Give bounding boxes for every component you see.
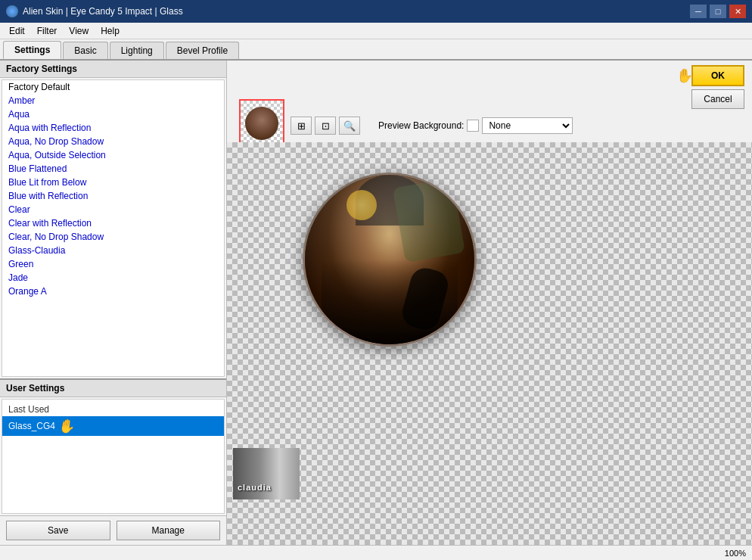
filter-menu[interactable]: Filter: [31, 24, 64, 38]
user-settings-header: User Settings: [0, 380, 226, 397]
factory-settings-header: Factory Settings: [0, 61, 226, 78]
app-icon: [6, 5, 18, 17]
list-item-clear[interactable]: Clear: [2, 203, 224, 216]
zoom-actual-icon: ⊡: [322, 120, 330, 132]
rect-image-text: claudia: [238, 483, 272, 492]
bevel-profile-tab[interactable]: Bevel Profile: [166, 42, 239, 59]
woman-portrait: [305, 175, 474, 344]
list-item-aqua-no-shadow[interactable]: Aqua, No Drop Shadow: [2, 135, 224, 148]
zoom-fit-button[interactable]: ⊞: [291, 117, 312, 135]
list-item-green[interactable]: Green: [2, 257, 224, 271]
list-item-jade[interactable]: Jade: [2, 271, 224, 285]
preview-bg-color-swatch: [467, 120, 479, 132]
glass-cg4-label: Glass_CG4: [8, 421, 55, 431]
rect-image: claudia: [233, 448, 300, 499]
preview-bg-select[interactable]: None White Black Gray: [482, 117, 573, 134]
preview-top-row: ⊞ ⊡ 🔍 Preview Background: None White Bla…: [227, 61, 752, 139]
factory-settings-list[interactable]: Factory Default Amber Aqua Aqua with Ref…: [2, 79, 225, 377]
edit-menu[interactable]: Edit: [3, 24, 31, 38]
left-panel: Factory Settings Factory Default Amber A…: [0, 61, 227, 545]
last-used-label: Last Used: [2, 403, 224, 416]
list-item-aqua[interactable]: Aqua: [2, 107, 224, 121]
ok-button[interactable]: 🤚 OK: [691, 65, 744, 86]
user-settings-section: User Settings Last Used Glass_CG4 🤚: [0, 380, 226, 516]
window-title: Alien Skin | Eye Candy 5 Impact | Glass: [23, 6, 183, 17]
factory-settings-section: Factory Settings Factory Default Amber A…: [0, 61, 226, 380]
view-menu[interactable]: View: [63, 24, 95, 38]
status-bar: 100%: [0, 545, 752, 560]
list-item-blue-lit[interactable]: Blue Lit from Below: [2, 176, 224, 189]
close-button[interactable]: ✕: [729, 5, 746, 18]
hand-pointer-icon: 🤚: [57, 416, 76, 435]
zoom-in-button[interactable]: 🔍: [339, 117, 360, 135]
menu-bar: Edit Filter View Help: [0, 23, 752, 39]
cancel-button[interactable]: Cancel: [691, 89, 744, 109]
list-item-blue-flattened[interactable]: Blue Flattened: [2, 162, 224, 176]
zoom-fit-icon: ⊞: [297, 120, 306, 132]
zoom-level: 100%: [725, 549, 746, 558]
list-item-clear-reflection[interactable]: Clear with Reflection: [2, 216, 224, 230]
title-bar-left: Alien Skin | Eye Candy 5 Impact | Glass: [6, 5, 183, 17]
window-controls: ─ □ ✕: [690, 5, 746, 18]
list-item-glass-cg4[interactable]: Glass_CG4 🤚: [2, 416, 224, 436]
main-layout: Factory Settings Factory Default Amber A…: [0, 61, 752, 545]
ok-label: OK: [711, 70, 725, 81]
canvas-area: claudia: [227, 142, 752, 545]
zoom-in-icon: 🔍: [343, 120, 356, 132]
settings-tab[interactable]: Settings: [3, 41, 61, 59]
minimize-button[interactable]: ─: [690, 5, 707, 18]
basic-tab[interactable]: Basic: [63, 42, 107, 59]
help-menu[interactable]: Help: [95, 24, 126, 38]
list-item-orange[interactable]: Orange A: [2, 285, 224, 298]
list-item-aqua-reflection[interactable]: Aqua with Reflection: [2, 121, 224, 135]
list-item-glass-claudia[interactable]: Glass-Claudia: [2, 244, 224, 257]
lighting-tab[interactable]: Lighting: [110, 42, 164, 59]
user-settings-list[interactable]: Last Used Glass_CG4 🤚: [2, 399, 225, 514]
bottom-buttons: Save Manage: [0, 516, 226, 545]
list-item-amber[interactable]: Amber: [2, 94, 224, 107]
preview-bg-label: Preview Background:: [378, 120, 464, 131]
ok-cancel-area: 🤚 OK Cancel: [691, 65, 744, 109]
maximize-button[interactable]: □: [710, 5, 726, 18]
hand-ok-icon: 🤚: [676, 67, 693, 84]
tab-bar: Settings Basic Lighting Bevel Profile: [0, 39, 752, 61]
thumbnail: [239, 99, 284, 145]
preview-toolbar: ⊞ ⊡ 🔍 Preview Background: None White Bla…: [291, 117, 573, 135]
save-button[interactable]: Save: [6, 521, 110, 540]
thumbnail-image: [245, 107, 278, 140]
list-item-aqua-outside[interactable]: Aqua, Outside Selection: [2, 148, 224, 162]
manage-button[interactable]: Manage: [117, 521, 221, 540]
list-item-blue-reflection[interactable]: Blue with Reflection: [2, 189, 224, 203]
right-panel: 🤚 OK Cancel ⊞ ⊡ �: [227, 61, 752, 545]
flower-accent: [346, 190, 377, 220]
title-bar: Alien Skin | Eye Candy 5 Impact | Glass …: [0, 0, 752, 23]
list-item-factory-default[interactable]: Factory Default: [2, 80, 224, 94]
list-item-clear-no-shadow[interactable]: Clear, No Drop Shadow: [2, 230, 224, 244]
preview-image-circle: [303, 173, 477, 347]
zoom-actual-button[interactable]: ⊡: [315, 117, 336, 135]
